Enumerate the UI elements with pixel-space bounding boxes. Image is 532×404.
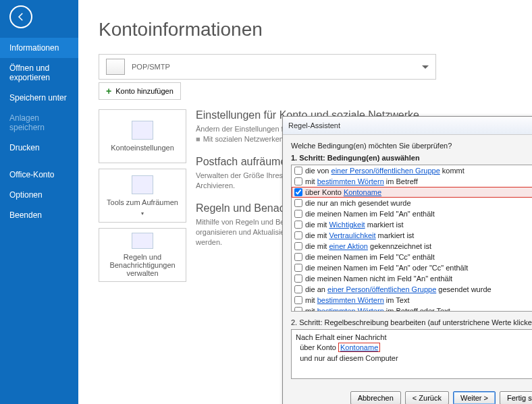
condition-checkbox[interactable] (294, 221, 302, 229)
condition-link[interactable]: bestimmten Wörtern (317, 177, 384, 185)
add-account-button[interactable]: + Konto hinzufügen (99, 82, 181, 100)
condition-link[interactable]: einer Person/öffentlichen Gruppe (327, 285, 436, 293)
condition-text: die mit Wichtigkeit markiert ist (305, 220, 404, 229)
nav-item-beenden[interactable]: Beenden (0, 205, 78, 225)
condition-text: die meinen Namen im Feld "An" oder "Cc" … (305, 263, 468, 272)
nav-list: InformationenÖffnen und exportierenSpeic… (0, 38, 78, 225)
condition-row[interactable]: die mit Vertraulichkeit markiert ist (292, 230, 532, 241)
condition-row[interactable]: die meinen Namen im Feld "Cc" enthält (292, 252, 532, 262)
add-account-label: Konto hinzufügen (115, 87, 174, 95)
condition-text: die meinen Namen im Feld "An" enthält (305, 209, 435, 219)
condition-row[interactable]: mit bestimmten Wörtern im Text (292, 295, 532, 306)
condition-text: über Konto Kontoname (305, 187, 381, 197)
condition-row[interactable]: mit bestimmten Wörtern im Betreff (292, 176, 532, 187)
section-button-label: Regeln und Benachrichtigungen verwalten (103, 253, 182, 277)
condition-row[interactable]: die mit Wichtigkeit markiert ist (292, 219, 532, 230)
section-button-1[interactable]: Tools zum Aufräumen▾ (99, 169, 186, 223)
next-button[interactable]: Weiter > (453, 391, 496, 404)
condition-link[interactable]: Kontoname (344, 188, 381, 196)
kontoname-link[interactable]: Kontoname (338, 343, 380, 352)
plus-icon: + (106, 86, 111, 96)
condition-link[interactable]: einer Person/öffentlichen Gruppe (331, 167, 440, 175)
condition-text: die von einer Person/öffentlichen Gruppe… (305, 166, 464, 175)
condition-checkbox[interactable] (294, 275, 302, 283)
condition-checkbox[interactable] (294, 242, 302, 250)
condition-link[interactable]: bestimmten Wörtern (317, 296, 384, 304)
account-icon (106, 59, 125, 75)
nav-item--ffnen-und-exportieren[interactable]: Öffnen und exportieren (0, 58, 78, 88)
nav-item-drucken[interactable]: Drucken (0, 138, 78, 158)
account-type-label: POP/SMTP (132, 63, 170, 71)
finish-button[interactable]: Fertig stellen (500, 391, 532, 404)
condition-row[interactable]: über Konto Kontoname (292, 187, 532, 198)
condition-text: die an einer Person/öffentlichen Gruppe … (305, 285, 491, 294)
desc-line-3: und nur auf diesem Computer (296, 353, 532, 364)
arrow-left-icon (15, 11, 27, 23)
section-button-label: Kontoeinstellungen (111, 144, 174, 152)
condition-text: die mit einer Aktion gekennzeichnet ist (305, 241, 431, 251)
back-button[interactable] (9, 5, 32, 28)
condition-link[interactable]: einer Aktion (329, 242, 367, 250)
section-icon (132, 233, 153, 249)
conditions-listbox[interactable]: die von einer Person/öffentlichen Gruppe… (291, 165, 532, 312)
condition-text: die mit Vertraulichkeit markiert ist (305, 231, 414, 240)
condition-row[interactable]: die meinen Namen im Feld "An" oder "Cc" … (292, 262, 532, 273)
dialog-title: Regel-Assistent (288, 121, 340, 129)
nav-item-informationen[interactable]: Informationen (0, 38, 78, 58)
condition-row[interactable]: die an einer Person/öffentlichen Gruppe … (292, 284, 532, 295)
file-menu-sidebar: InformationenÖffnen und exportierenSpeic… (0, 0, 78, 404)
section-button-label: Tools zum Aufräumen (107, 198, 178, 206)
page-title: Kontoinformationen (99, 19, 525, 40)
account-selector[interactable]: POP/SMTP (99, 54, 436, 80)
chevron-down-icon: ▾ (141, 210, 144, 217)
condition-text: mit bestimmten Wörtern im Text (305, 295, 409, 305)
section-button-2[interactable]: Regeln und Benachrichtigungen verwalten (99, 228, 186, 282)
condition-checkbox[interactable] (294, 231, 302, 239)
rule-description-box[interactable]: Nach Erhalt einer Nachricht über Konto K… (291, 329, 532, 379)
condition-link[interactable]: Vertraulichkeit (329, 231, 375, 239)
nav-item-anlagen-speichern: Anlagen speichern (0, 108, 78, 138)
condition-row[interactable]: mit bestimmten Wörtern im Betreff oder T… (292, 306, 532, 312)
condition-checkbox[interactable] (294, 199, 302, 207)
condition-link[interactable]: Wichtigkeit (329, 221, 365, 229)
section-icon (132, 121, 153, 140)
condition-checkbox[interactable] (294, 188, 302, 196)
desc-line-2: über Konto Kontoname (296, 343, 532, 353)
condition-checkbox[interactable] (294, 264, 302, 272)
cancel-button[interactable]: Abbrechen (350, 391, 401, 404)
step1-label: 1. Schritt: Bedingung(en) auswählen (291, 154, 532, 162)
back-button-wizard[interactable]: < Zurück (405, 391, 449, 404)
condition-text: die nur an mich gesendet wurde (305, 198, 411, 208)
condition-text: mit bestimmten Wörtern im Betreff (305, 177, 418, 186)
condition-checkbox[interactable] (294, 177, 302, 185)
section-button-0[interactable]: Kontoeinstellungen (99, 109, 186, 163)
condition-checkbox[interactable] (294, 210, 302, 218)
section-icon (132, 175, 153, 194)
nav-item-speichern-unter[interactable]: Speichern unter (0, 88, 78, 108)
condition-row[interactable]: die nur an mich gesendet wurde (292, 198, 532, 208)
condition-text: die meinen Namen nicht im Feld "An" enth… (305, 274, 452, 283)
dialog-question: Welche Bedingung(en) möchten Sie überprü… (291, 142, 532, 150)
dialog-titlebar: Regel-Assistent ✕ (283, 117, 532, 135)
condition-checkbox[interactable] (294, 307, 302, 312)
desc-line-1: Nach Erhalt einer Nachricht (296, 333, 532, 343)
condition-checkbox[interactable] (294, 167, 302, 175)
condition-text: mit bestimmten Wörtern im Betreff oder T… (305, 306, 450, 312)
condition-row[interactable]: die von einer Person/öffentlichen Gruppe… (292, 165, 532, 176)
dialog-button-row: Abbrechen < Zurück Weiter > Fertig stell… (283, 386, 532, 404)
rules-wizard-dialog: Regel-Assistent ✕ Welche Bedingung(en) m… (282, 116, 532, 404)
condition-checkbox[interactable] (294, 253, 302, 261)
condition-link[interactable]: bestimmten Wörtern (317, 307, 384, 312)
condition-row[interactable]: die mit einer Aktion gekennzeichnet ist (292, 241, 532, 252)
condition-row[interactable]: die meinen Namen im Feld "An" enthält (292, 208, 532, 219)
condition-checkbox[interactable] (294, 285, 302, 293)
step2-label: 2. Schritt: Regelbeschreibung bearbeiten… (291, 318, 532, 326)
nav-item-optionen[interactable]: Optionen (0, 185, 78, 205)
chevron-down-icon (422, 65, 429, 69)
condition-row[interactable]: die meinen Namen nicht im Feld "An" enth… (292, 273, 532, 284)
condition-text: die meinen Namen im Feld "Cc" enthält (305, 252, 435, 262)
nav-item-office-konto[interactable]: Office-Konto (0, 165, 78, 185)
condition-checkbox[interactable] (294, 296, 302, 304)
